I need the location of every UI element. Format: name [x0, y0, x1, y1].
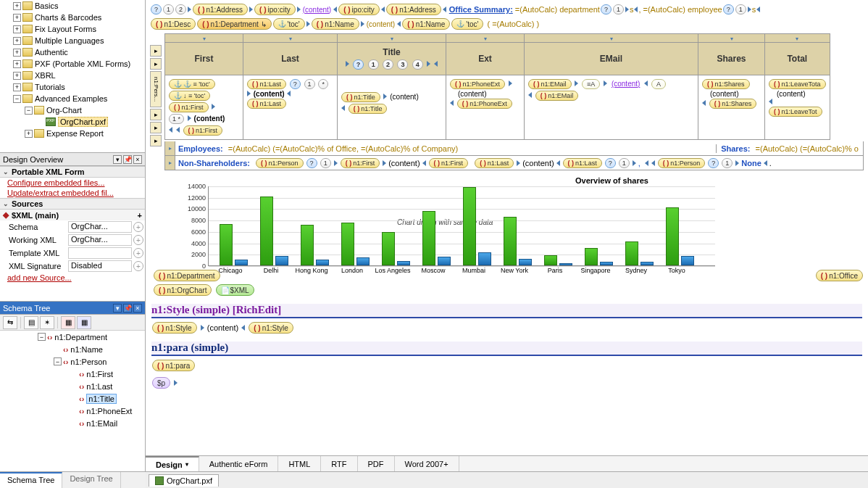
schema-node[interactable]: ‹›n1:First [0, 368, 145, 380]
chip-num[interactable]: * [318, 79, 328, 89]
design-canvas[interactable]: ? 1 2 ( )n1:Address ( )ipo:city (content… [146, 0, 868, 455]
cell-last[interactable]: ( )n1:Last ? 1 * (content) ( )n1:Last [243, 75, 338, 140]
expander-icon[interactable]: − [13, 95, 21, 103]
do-row[interactable]: SchemaOrgChar...+ [0, 220, 145, 233]
do-row[interactable]: Template XML+ [0, 247, 145, 260]
do-value[interactable] [68, 247, 132, 259]
panel-dropdown-icon[interactable]: ▾ [113, 304, 122, 313]
add-icon[interactable]: + [133, 235, 143, 245]
chip-num[interactable]: 1 [163, 4, 174, 15]
gutter-btn[interactable]: ▸ [150, 135, 162, 146]
chip-toc-anchor[interactable]: 'toc' [273, 18, 305, 30]
arrow-right-icon[interactable] [346, 61, 349, 67]
chip-num[interactable]: 3 [397, 59, 408, 70]
toolbar-btn[interactable]: ▤ [24, 316, 38, 329]
cell-shares[interactable]: ( )n1:Shares (content) ( )n1:Shares [698, 75, 765, 140]
gutter-btn[interactable]: ▸ [150, 122, 162, 133]
expander-icon[interactable]: − [25, 107, 33, 115]
toolbar-btn[interactable]: ⇆ [3, 316, 17, 329]
chip-last-open[interactable]: ( )n1:Last [247, 79, 286, 89]
expander-icon[interactable]: + [13, 25, 21, 33]
cell-ext[interactable]: ( )n1:PhoneExt (content) ( )n1:PhoneExt [446, 75, 525, 140]
chip-q[interactable]: ? [605, 158, 616, 168]
expander-icon[interactable]: − [54, 357, 62, 365]
view-tab-html[interactable]: HTML [278, 456, 321, 471]
gutter-btn[interactable]: n1:Pers... [150, 71, 162, 107]
chip-ipocity-close[interactable]: ( )ipo:city [338, 4, 380, 15]
chip-address-open[interactable]: ( )n1:Address [193, 4, 248, 15]
row-dropdown-icon[interactable]: ▸ [165, 156, 175, 170]
content-placeholder[interactable]: (content) [612, 80, 640, 88]
row-dropdown-icon[interactable]: ▸ [165, 141, 175, 155]
tree-item[interactable]: −Org-Chart [0, 104, 145, 116]
panel-close-icon[interactable]: × [133, 304, 142, 313]
chip-q[interactable]: ? [601, 4, 612, 15]
chip-toc-anchor[interactable]: 'toc' [451, 18, 483, 30]
chip-toc[interactable]: ⚓ ≡ 'toc' [169, 79, 215, 89]
toolbar-btn[interactable]: ▦ [61, 316, 75, 329]
chip-num[interactable]: 1 [368, 59, 379, 70]
do-link-configure[interactable]: Configure embedded files... [0, 178, 145, 188]
col-ext[interactable]: Ext [446, 43, 525, 75]
chip-num[interactable]: 1 [735, 4, 746, 15]
tree-item[interactable]: +Basics [0, 0, 145, 12]
tree-item[interactable]: +XBRL [0, 70, 145, 81]
schema-node[interactable]: −‹›n1:Department [0, 331, 145, 343]
chip-first-close[interactable]: ( )n1:First [429, 158, 469, 168]
expander-icon[interactable]: + [25, 130, 33, 138]
chip-num[interactable]: 1 * [169, 114, 184, 124]
content-placeholder[interactable]: (content) [303, 6, 331, 14]
chip-desc[interactable]: ( )n1:Desc [151, 18, 196, 30]
chip-orgchart-close[interactable]: ( )n1:OrgChart [154, 284, 212, 296]
chip-last-close[interactable]: ( )n1:Last [563, 158, 602, 168]
chip-office-close[interactable]: ( )n1:Office [816, 270, 863, 281]
gutter-btn[interactable]: ▸ [150, 58, 162, 70]
chip-person-open[interactable]: ( )n1:Person [256, 158, 304, 168]
chip-xml[interactable]: 📄 $XML [216, 284, 254, 296]
arrow-right-icon[interactable] [427, 61, 430, 67]
tree-item[interactable]: +Fix Layout Forms [0, 23, 145, 35]
chip-ext-open[interactable]: ( )n1:PhoneExt [450, 79, 505, 89]
do-xml-main[interactable]: ◆$XML (main)+ [0, 210, 145, 220]
chip-link-open[interactable]: ≡A [582, 79, 600, 89]
do-value[interactable]: OrgChar... [68, 221, 132, 233]
col-shares[interactable]: Shares [698, 43, 765, 75]
schema-node[interactable]: ‹›n1:Title [0, 392, 145, 405]
chip-department[interactable]: ( )n1:Department ↳ [197, 18, 271, 30]
schema-node[interactable]: ‹›n1:PhoneExt [0, 405, 145, 417]
schema-node[interactable]: −‹›n1:Person [0, 355, 145, 368]
view-tab-design[interactable]: Design▾ [146, 456, 199, 471]
cell-total[interactable]: ( )n1:LeaveTota (content) ( )n1:LeaveTot [765, 75, 830, 140]
dropdown-icon[interactable]: ▾ [185, 461, 188, 468]
cell-first[interactable]: ⚓ ≡ 'toc' ↓ ≡ 'toc' ( )n1:First 1 * (con… [165, 75, 243, 140]
panel-pin-icon[interactable]: 📌 [123, 155, 132, 164]
chip-num[interactable]: 2 [383, 59, 393, 70]
chip-toc[interactable]: ↓ ≡ 'toc' [169, 91, 210, 101]
view-tab-rtf[interactable]: RTF [321, 456, 357, 471]
col-total[interactable]: Total [765, 43, 830, 75]
chip-email-close[interactable]: ( )n1:EMail [535, 91, 579, 101]
document-tab[interactable]: OrgChart.pxf [149, 474, 219, 487]
tree-item[interactable]: −Advanced Examples [0, 93, 145, 104]
tree-item[interactable]: +Charts & Barcodes [0, 12, 145, 23]
arrow-left-icon[interactable] [434, 61, 438, 67]
panel-dropdown-icon[interactable]: ▾ [113, 155, 122, 164]
toolbar-btn[interactable]: ▦ [77, 316, 91, 329]
chip-ipocity-open[interactable]: ( )ipo:city [254, 4, 296, 15]
chip-first-open[interactable]: ( )n1:First [169, 102, 209, 112]
add-icon[interactable]: + [133, 222, 143, 232]
chip-shares-close[interactable]: ( )n1:Shares [709, 99, 757, 109]
chip-num[interactable]: 1 [320, 158, 331, 168]
col-title[interactable]: Title ? 1 2 3 4 [338, 43, 446, 75]
chip-q[interactable]: ? [306, 158, 317, 168]
schema-node[interactable]: ‹›n1:Last [0, 380, 145, 392]
chip-num[interactable]: 1 [722, 158, 733, 168]
chip-first-close[interactable]: ( )n1:First [183, 125, 223, 136]
chip-link-close[interactable]: A [651, 79, 666, 89]
do-value[interactable]: Disabled [68, 260, 132, 272]
chip-title-open[interactable]: ( )n1:Title [341, 92, 380, 102]
chip-num[interactable]: 1 [613, 4, 624, 15]
view-tab-authentic-eform[interactable]: Authentic eForm [199, 456, 279, 471]
expander-icon[interactable]: + [13, 14, 21, 22]
chip-ext-close[interactable]: ( )n1:PhoneExt [457, 99, 512, 109]
